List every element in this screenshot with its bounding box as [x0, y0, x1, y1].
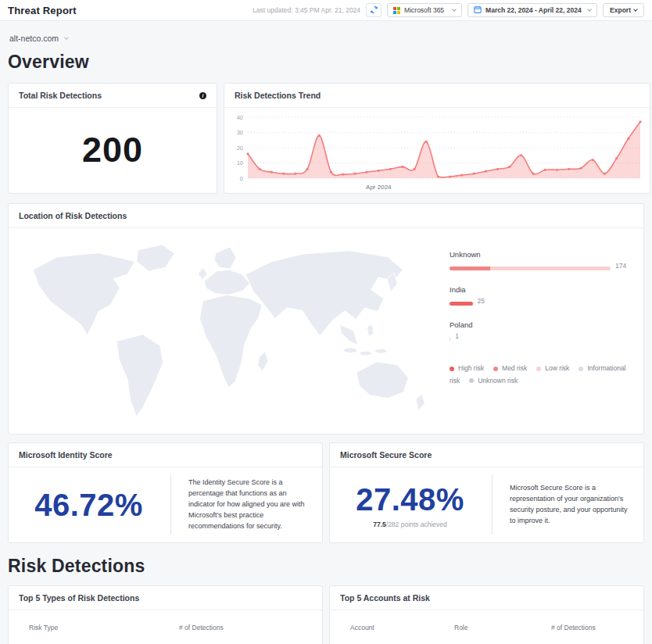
location-title: Location of Risk Detections [19, 211, 127, 220]
svg-text:Apr 2024: Apr 2024 [366, 184, 392, 191]
svg-text:30: 30 [237, 129, 243, 136]
top-types-table-header: Risk Type# of Detections [9, 610, 322, 631]
table-column-header: Role [454, 624, 551, 631]
map-philippines [367, 324, 374, 337]
table-column-header: # of Detections [551, 624, 632, 631]
trend-title: Risk Detections Trend [235, 91, 321, 100]
divider [170, 475, 171, 535]
overview-heading: Overview [8, 52, 644, 73]
top-bar-actions: Last updated: 3:45 PM Apr. 21, 2024 Micr… [253, 3, 644, 17]
secure-score-description: Microsoft Secure Score is a representati… [494, 483, 643, 527]
location-bar-segment [450, 337, 450, 341]
legend-dot-icon [536, 367, 541, 371]
svg-text:10: 10 [237, 159, 243, 166]
map-greenland [137, 245, 175, 271]
identity-score-description: The Identity Secure Score is a percentag… [173, 478, 322, 532]
location-bar-row: 174 [450, 264, 629, 272]
top-accounts-title: Top 5 Accounts at Risk [340, 593, 430, 603]
map-uk [198, 267, 207, 280]
map-indonesia [374, 349, 387, 353]
table-column-header: # of Detections [179, 624, 311, 631]
chevron-down-icon [633, 7, 638, 12]
breadcrumb-domain: alt-netco.com [9, 34, 59, 43]
location-bar-value: 174 [615, 262, 626, 270]
top-accounts-card: Top 5 Accounts at Risk AccountRole# of D… [329, 585, 644, 644]
top-accounts-table-header: AccountRole# of Detections [330, 610, 643, 631]
chevron-down-icon [64, 35, 69, 40]
trend-area-chart: 010203040Apr 2024 [227, 109, 645, 192]
legend-dot-icon [469, 378, 474, 383]
location-bar-segment [450, 267, 490, 270]
location-card: Location of Risk Detections [8, 203, 644, 435]
secure-score-points-achieved: 77.5 [373, 521, 386, 528]
secure-score-points: 77.5/282 points achieved [330, 521, 490, 528]
refresh-button[interactable] [366, 3, 382, 17]
location-bar-row: 1 [450, 335, 629, 342]
location-bar [450, 302, 473, 306]
total-risk-value: 200 [82, 130, 143, 170]
location-bar-row: 25 [450, 299, 629, 307]
secure-score-title: Microsoft Secure Score [340, 450, 432, 460]
map-southeast-asia [340, 324, 358, 345]
tenant-domain-selector[interactable]: alt-netco.com [9, 34, 68, 43]
legend-label: High risk [458, 364, 484, 372]
info-icon[interactable]: i [199, 92, 206, 99]
location-bar-label: India [450, 285, 629, 294]
location-bar [450, 337, 450, 341]
table-column-header: Account [350, 624, 454, 631]
date-range-dropdown[interactable]: March 22, 2024 - April 22, 2024 [468, 3, 597, 17]
identity-score-title: Microsoft Identity Score [19, 450, 113, 460]
location-bar-value: 1 [455, 332, 459, 340]
svg-text:0: 0 [240, 175, 243, 182]
secure-score-points-total: /282 points achieved [386, 521, 447, 528]
map-asia [245, 251, 403, 336]
legend-dot-icon [450, 367, 454, 371]
legend-label: Med risk [502, 364, 527, 372]
world-map [9, 228, 446, 435]
table-column-header: Risk Type [29, 624, 179, 631]
map-africa [199, 295, 262, 388]
map-europe [204, 270, 249, 295]
legend-dot-icon [493, 367, 498, 371]
tenant-dropdown-value: Microsoft 365 [404, 6, 449, 14]
refresh-icon [370, 3, 378, 17]
location-bar-label: Unknown [450, 250, 629, 259]
location-bar [450, 267, 611, 270]
map-indonesia [360, 351, 372, 356]
trend-card: Risk Detections Trend 010203040Apr 2024 [224, 83, 650, 194]
risk-tables-row: Top 5 Types of Risk Detections Risk Type… [8, 585, 644, 644]
svg-text:20: 20 [237, 145, 243, 152]
map-north-america [33, 253, 134, 335]
app-title: Threat Report [8, 5, 77, 16]
svg-text:40: 40 [237, 114, 243, 121]
identity-score-card: Microsoft Identity Score 46.72% The Iden… [8, 442, 323, 543]
overview-top-row: Total Risk Detections i 200 Risk Detecti… [8, 83, 644, 194]
top-bar: Threat Report Last updated: 3:45 PM Apr.… [0, 0, 652, 21]
tenant-dropdown[interactable]: Microsoft 365 [387, 3, 462, 17]
page-content: alt-netco.com Overview Total Risk Detect… [0, 34, 652, 644]
total-risk-card: Total Risk Detections i 200 [8, 83, 217, 194]
secure-score-card: Microsoft Secure Score 27.48% 77.5/282 p… [329, 442, 644, 543]
location-breakdown-panel: Unknown174India25Poland1 High riskMed ri… [446, 228, 643, 435]
divider [492, 475, 493, 535]
top-types-card: Top 5 Types of Risk Detections Risk Type… [8, 585, 323, 644]
microsoft-logo-icon [393, 7, 400, 14]
export-button[interactable]: Export [603, 3, 644, 17]
map-australia [356, 362, 408, 399]
date-range-value: March 22, 2024 - April 22, 2024 [485, 6, 584, 14]
trend-chart: 010203040Apr 2024 [224, 108, 650, 195]
location-bar-segment [450, 302, 473, 306]
legend-label: Unknown risk [478, 377, 518, 385]
risk-detections-heading: Risk Detections [8, 556, 644, 577]
map-new-zealand [416, 394, 425, 410]
secure-score-value: 27.48% [330, 482, 490, 517]
legend-label: Low risk [545, 364, 569, 372]
last-updated-text: Last updated: 3:45 PM Apr. 21, 2024 [253, 6, 360, 14]
map-scandinavia [214, 247, 236, 269]
scores-row: Microsoft Identity Score 46.72% The Iden… [8, 442, 644, 543]
chevron-down-icon [452, 7, 457, 12]
calendar-icon [474, 5, 482, 15]
export-button-label: Export [610, 6, 631, 14]
legend-dot-icon [579, 367, 583, 371]
location-bar-segment [490, 267, 611, 270]
